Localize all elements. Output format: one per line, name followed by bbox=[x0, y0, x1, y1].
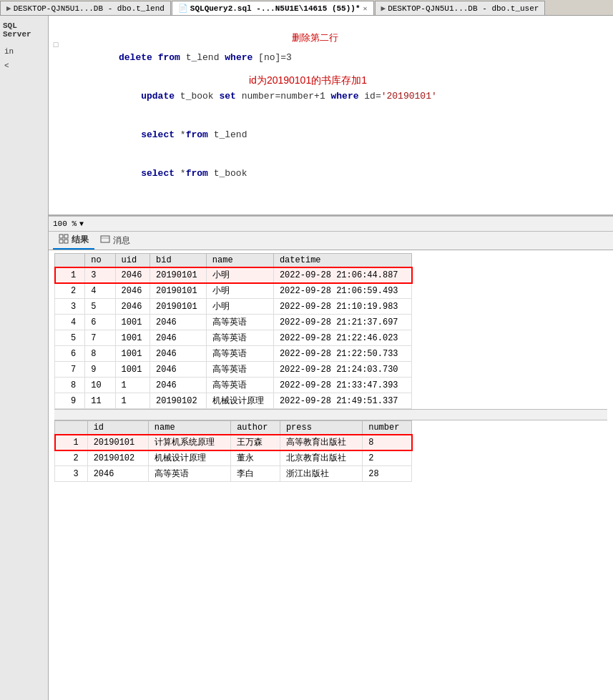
table1-row-3[interactable]: 35204620190101小明2022-09-28 21:10:19.983 bbox=[55, 299, 412, 315]
table2-cell-2-0: 2 bbox=[55, 450, 88, 466]
table1-row-1[interactable]: 13204620190101小明2022-09-28 21:06:44.887 bbox=[55, 267, 412, 283]
table1-cell-7-3: 2046 bbox=[149, 362, 206, 378]
table2-cell-1-0: 1 bbox=[55, 435, 88, 450]
table1-cell-2-5: 2022-09-28 21:06:59.493 bbox=[273, 283, 411, 299]
table1-cell-2-0: 2 bbox=[55, 283, 85, 299]
table2-cell-1-1: 20190101 bbox=[87, 435, 148, 450]
results-area[interactable]: no uid bid name datetime 13204620190101小… bbox=[49, 250, 613, 700]
zoom-down-arrow[interactable]: ▼ bbox=[79, 220, 84, 228]
grid-icon bbox=[59, 234, 69, 247]
table2-cell-2-5: 2 bbox=[363, 450, 412, 466]
table-divider bbox=[54, 409, 607, 420]
table1-row-5[interactable]: 5710012046高等英语2022-09-28 21:22:46.023 bbox=[55, 330, 412, 346]
table1-cell-1-2: 2046 bbox=[115, 267, 149, 283]
table1-cell-8-0: 8 bbox=[55, 378, 85, 393]
table2: id name author press number 120190101计算机… bbox=[54, 420, 412, 482]
sidebar: SQL Server in < bbox=[0, 16, 49, 700]
zoom-value: 100 % bbox=[53, 220, 77, 228]
table1-row-6[interactable]: 6810012046高等英语2022-09-28 21:22:50.733 bbox=[55, 346, 412, 362]
table2-row-2[interactable]: 220190102机械设计原理董永北京教育出版社2 bbox=[55, 450, 412, 466]
table2-col-number: number bbox=[363, 421, 412, 435]
line-indicator-3 bbox=[52, 116, 60, 154]
table1-cell-9-5: 2022-09-28 21:49:51.337 bbox=[273, 393, 411, 409]
tab-messages[interactable]: 消息 bbox=[94, 233, 136, 248]
table2-row-1[interactable]: 120190101计算机系统原理王万森高等教育出版社8 bbox=[55, 435, 412, 450]
table1-cell-3-2: 2046 bbox=[115, 299, 149, 315]
annotation-id: id为20190101的书库存加1 bbox=[249, 74, 367, 87]
svg-rect-3 bbox=[64, 240, 68, 243]
table1-cell-6-1: 8 bbox=[85, 346, 115, 362]
table2-cell-1-4: 高等教育出版社 bbox=[280, 435, 362, 450]
tab-results-label: 结果 bbox=[72, 234, 89, 246]
table2-col-id: id bbox=[87, 421, 148, 435]
code-line-3: select *from t_lend bbox=[49, 116, 613, 154]
table1-cell-8-2: 1 bbox=[115, 378, 149, 393]
msg-icon bbox=[100, 235, 110, 247]
table2-row-3[interactable]: 32046高等英语李白浙江出版社28 bbox=[55, 466, 412, 482]
table1-cell-9-0: 9 bbox=[55, 393, 85, 409]
table1-cell-9-4: 机械设计原理 bbox=[206, 393, 273, 409]
table1-cell-9-1: 11 bbox=[85, 393, 115, 409]
table1-col-datetime: datetime bbox=[273, 254, 411, 267]
table1-cell-7-2: 1001 bbox=[115, 362, 149, 378]
table1-cell-8-5: 2022-09-28 21:33:47.393 bbox=[273, 378, 411, 393]
table1-cell-3-5: 2022-09-28 21:10:19.983 bbox=[273, 299, 411, 315]
sidebar-item-in[interactable]: in bbox=[0, 44, 48, 59]
table1-row-4[interactable]: 4610012046高等英语2022-09-28 21:21:37.697 bbox=[55, 315, 412, 330]
table2-cell-2-3: 董永 bbox=[231, 450, 280, 466]
table1-col-bid: bid bbox=[149, 254, 206, 267]
table1-cell-1-4: 小明 bbox=[206, 267, 273, 283]
table2-cell-3-1: 2046 bbox=[87, 466, 148, 482]
line-indicator-4 bbox=[52, 154, 60, 193]
sidebar-item-arrow[interactable]: < bbox=[0, 59, 48, 73]
table1-cell-9-3: 20190102 bbox=[149, 393, 206, 409]
table1-row-8[interactable]: 81012046高等英语2022-09-28 21:33:47.393 bbox=[55, 378, 412, 393]
table2-cell-2-1: 20190102 bbox=[87, 450, 148, 466]
table1-cell-1-0: 1 bbox=[55, 267, 85, 283]
tab-label-sqlquery: SQLQuery2.sql -...N5U1E\14615 (55))* bbox=[190, 4, 361, 13]
tab-sqlquery[interactable]: 📄 SQLQuery2.sql -...N5U1E\14615 (55))* ✕ bbox=[172, 1, 374, 15]
table1-row-2[interactable]: 24204620190101小明2022-09-28 21:06:59.493 bbox=[55, 283, 412, 299]
table2-cell-3-4: 浙江出版社 bbox=[280, 466, 362, 482]
tab-user[interactable]: ▶ DESKTOP-QJN5U1...DB - dbo.t_user bbox=[375, 1, 546, 15]
code-line-1: □ delete from t_lend where [no]=3 bbox=[49, 39, 613, 77]
table1-row-7[interactable]: 7910012046高等英语2022-09-28 21:24:03.730 bbox=[55, 362, 412, 378]
table1-cell-6-0: 6 bbox=[55, 346, 85, 362]
table1-wrapper: no uid bid name datetime 13204620190101小… bbox=[54, 253, 607, 409]
table1-cell-4-0: 4 bbox=[55, 315, 85, 330]
code-line-4: select *from t_book bbox=[49, 154, 613, 193]
table1-cell-5-2: 1001 bbox=[115, 330, 149, 346]
table1-cell-2-2: 2046 bbox=[115, 283, 149, 299]
table1-row-9[interactable]: 911120190102机械设计原理2022-09-28 21:49:51.33… bbox=[55, 393, 412, 409]
table1-cell-3-1: 5 bbox=[85, 299, 115, 315]
annotation-delete: 删除第二行 bbox=[292, 31, 338, 44]
table1-cell-7-1: 9 bbox=[85, 362, 115, 378]
editor-area[interactable]: 删除第二行 □ delete from t_lend where [no]=3 … bbox=[49, 16, 613, 216]
tab-lend[interactable]: ▶ DESKTOP-QJN5U1...DB - dbo.t_lend bbox=[0, 1, 171, 15]
table2-cell-1-3: 王万森 bbox=[231, 435, 280, 450]
table1-cell-2-3: 20190101 bbox=[149, 283, 206, 299]
tab-close-sqlquery[interactable]: ✕ bbox=[363, 4, 368, 13]
table1-cell-9-2: 1 bbox=[115, 393, 149, 409]
tab-bar: ▶ DESKTOP-QJN5U1...DB - dbo.t_lend 📄 SQL… bbox=[0, 0, 613, 16]
tab-results[interactable]: 结果 bbox=[53, 232, 94, 250]
table1-cell-1-3: 20190101 bbox=[149, 267, 206, 283]
table1-col-rownum bbox=[55, 254, 85, 267]
table2-cell-3-0: 3 bbox=[55, 466, 88, 482]
main-layout: SQL Server in < 删除第二行 □ delete from t_le… bbox=[0, 16, 613, 700]
tab-icon-lend: ▶ bbox=[6, 4, 11, 13]
tab-label-user: DESKTOP-QJN5U1...DB - dbo.t_user bbox=[388, 4, 539, 13]
table1-cell-3-3: 20190101 bbox=[149, 299, 206, 315]
table1-cell-4-5: 2022-09-28 21:21:37.697 bbox=[273, 315, 411, 330]
line-indicator-2 bbox=[52, 77, 60, 116]
table1-cell-4-3: 2046 bbox=[149, 315, 206, 330]
table2-col-author: author bbox=[231, 421, 280, 435]
svg-rect-4 bbox=[101, 236, 109, 242]
table1-cell-8-3: 2046 bbox=[149, 378, 206, 393]
table1-cell-6-3: 2046 bbox=[149, 346, 206, 362]
table1-col-no: no bbox=[85, 254, 115, 267]
table2-col-press: press bbox=[280, 421, 362, 435]
table2-col-name: name bbox=[148, 421, 230, 435]
table1-cell-7-0: 7 bbox=[55, 362, 85, 378]
tab-icon-user: ▶ bbox=[381, 4, 386, 13]
